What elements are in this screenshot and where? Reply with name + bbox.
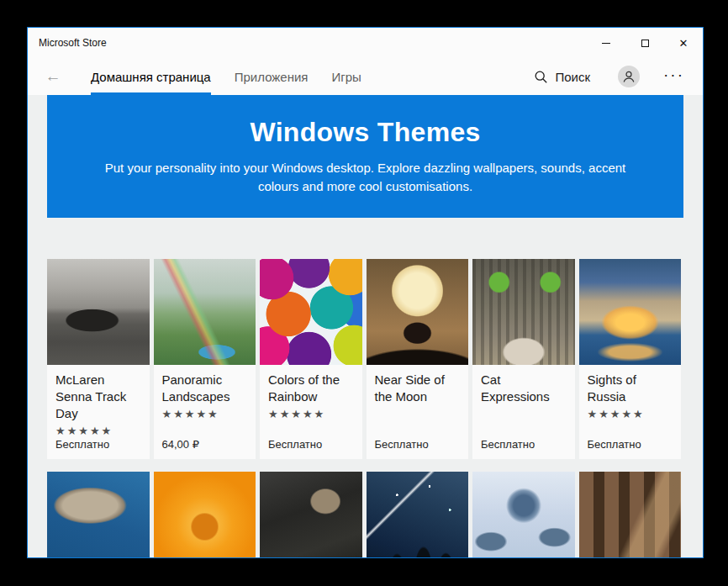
- see-more-button[interactable]: ···: [663, 66, 684, 87]
- mclaren-car-image: [47, 259, 150, 365]
- theme-card[interactable]: [260, 472, 362, 557]
- minimize-button[interactable]: [587, 28, 625, 58]
- rating-stars: ★★★★★: [47, 422, 150, 437]
- search-label: Поиск: [555, 70, 590, 84]
- hero-title: Windows Themes: [250, 117, 480, 148]
- umbrellas-image: [260, 259, 362, 365]
- maximize-icon: [641, 40, 649, 47]
- themes-grid-row-2: [47, 472, 683, 557]
- night-sky-image: [367, 472, 469, 557]
- hero-subtitle: Put your personality into your Windows d…: [92, 159, 639, 196]
- orange-slice-image: [154, 472, 256, 557]
- theme-card[interactable]: [579, 472, 682, 557]
- card-title: Colors of the Rainbow: [260, 365, 362, 405]
- theme-card[interactable]: [472, 472, 575, 557]
- theme-card[interactable]: Cat ExpressionsБесплатно: [472, 259, 575, 459]
- card-price: 64,00 ₽: [162, 438, 199, 451]
- rating-stars: ★★★★★: [260, 405, 362, 420]
- card-price: Бесплатно: [55, 438, 109, 451]
- page-content: Windows Themes Put your personality into…: [28, 95, 703, 557]
- card-title: McLaren Senna Track Day: [47, 365, 150, 422]
- person-icon: [622, 70, 636, 83]
- bolshoi-fountain-image: [579, 259, 682, 365]
- nav-tabs: Домашняя страницаПриложенияИгры: [79, 58, 373, 95]
- theme-card[interactable]: [367, 472, 469, 557]
- tab-домашняя-страница[interactable]: Домашняя страница: [91, 58, 211, 95]
- hero-banner: Windows Themes Put your personality into…: [47, 95, 683, 218]
- rating-stars: ★★★★★: [579, 405, 682, 420]
- tab-приложения[interactable]: Приложения: [235, 58, 309, 95]
- card-price: Бесплатно: [375, 438, 429, 451]
- full-moon-image: [367, 259, 469, 365]
- navigation-bar: ← Домашняя страницаПриложенияИгры Поиск …: [28, 58, 703, 95]
- title-bar: Microsoft Store ✕: [28, 28, 703, 58]
- pen-nibs-image: [579, 472, 682, 557]
- back-button[interactable]: ←: [40, 67, 66, 86]
- maximize-button[interactable]: [625, 28, 664, 58]
- theme-card[interactable]: [154, 472, 256, 557]
- theme-card[interactable]: Sights of Russia★★★★★Бесплатно: [579, 259, 682, 459]
- search-button[interactable]: Поиск: [535, 70, 590, 84]
- chimpanzee-image: [260, 472, 362, 557]
- window-title: Microsoft Store: [28, 37, 587, 49]
- minimize-icon: [602, 43, 610, 44]
- close-icon: ✕: [679, 38, 688, 49]
- card-title: Near Side of the Moon: [367, 365, 469, 405]
- card-price: Бесплатно: [481, 438, 535, 451]
- card-price: Бесплатно: [588, 438, 641, 451]
- card-title: Sights of Russia: [579, 365, 682, 405]
- tab-игры[interactable]: Игры: [331, 58, 361, 95]
- close-button[interactable]: ✕: [664, 28, 703, 58]
- card-price: Бесплатно: [268, 438, 322, 451]
- cat-face-image: [472, 259, 575, 365]
- card-title: Cat Expressions: [472, 365, 575, 405]
- themes-grid-row-1: McLaren Senna Track Day★★★★★БесплатноPan…: [47, 259, 683, 459]
- frozen-ice-image: [472, 472, 575, 557]
- theme-card[interactable]: McLaren Senna Track Day★★★★★Бесплатно: [47, 259, 150, 459]
- card-title: Panoramic Landscapes: [154, 365, 256, 405]
- microsoft-store-window: Microsoft Store ✕ ← Домашняя страницаПри…: [27, 27, 704, 558]
- themes-grid: McLaren Senna Track Day★★★★★БесплатноPan…: [47, 259, 683, 557]
- account-avatar-button[interactable]: [618, 66, 640, 87]
- theme-card[interactable]: [47, 472, 150, 557]
- theme-card[interactable]: Panoramic Landscapes★★★★★64,00 ₽: [154, 259, 256, 459]
- rainbow-valley-image: [154, 259, 256, 365]
- theme-card[interactable]: Near Side of the MoonБесплатно: [367, 259, 469, 459]
- rating-stars: ★★★★★: [154, 405, 256, 420]
- theme-card[interactable]: Colors of the Rainbow★★★★★Бесплатно: [260, 259, 362, 459]
- nav-right-group: Поиск ···: [535, 66, 703, 87]
- stingray-image: [47, 472, 150, 557]
- search-icon: [535, 71, 547, 83]
